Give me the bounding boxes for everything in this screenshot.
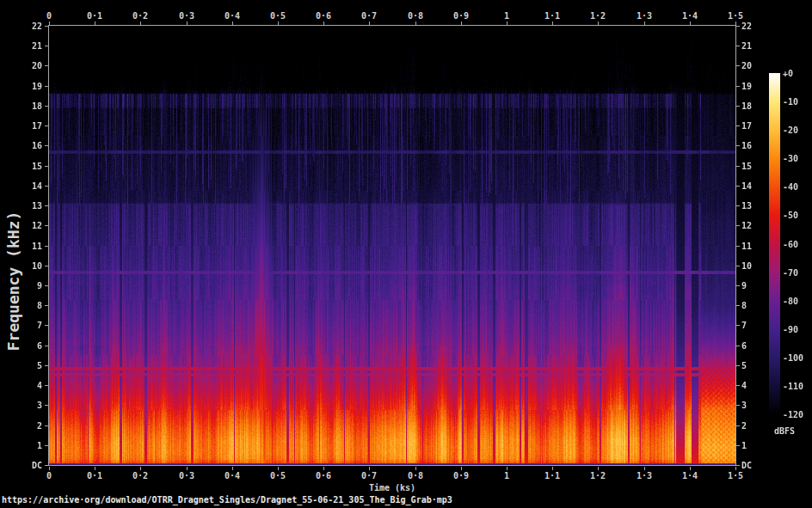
y-tick-mark xyxy=(736,365,740,366)
y-tick-label: DC xyxy=(741,461,778,470)
y-tick-mark xyxy=(45,465,48,466)
y-tick-mark xyxy=(736,405,740,406)
x-tick-label: 0·9 xyxy=(435,11,487,21)
y-tick-label: 21 xyxy=(5,41,42,51)
x-tick-label: 1·1 xyxy=(526,471,578,480)
y-tick-label: 7 xyxy=(5,321,42,330)
x-tick-mark xyxy=(140,467,141,470)
colorbar-tick-label: -50 xyxy=(783,211,798,220)
y-tick-label: 22 xyxy=(741,21,778,31)
colorbar-tick-label: -120 xyxy=(783,410,803,419)
y-tick-mark xyxy=(45,285,48,286)
y-tick-label: 3 xyxy=(5,401,42,410)
y-tick-mark xyxy=(736,385,740,386)
x-tick-mark xyxy=(278,467,279,470)
y-tick-mark xyxy=(45,425,48,426)
y-tick-label: 21 xyxy=(741,41,778,51)
x-tick-label: 0·7 xyxy=(343,11,395,21)
y-tick-mark xyxy=(736,445,740,446)
y-tick-mark xyxy=(45,365,48,366)
y-tick-label: 17 xyxy=(5,121,42,131)
y-tick-mark xyxy=(45,145,48,146)
x-tick-label: 1·1 xyxy=(526,11,578,21)
x-tick-label: 0·5 xyxy=(252,11,304,21)
x-tick-label: 1·2 xyxy=(572,11,624,21)
y-tick-mark xyxy=(45,325,48,326)
x-tick-label: 0·5 xyxy=(252,471,304,480)
y-tick-label: 4 xyxy=(5,381,42,390)
x-tick-mark xyxy=(552,467,553,470)
y-tick-mark xyxy=(45,405,48,406)
y-tick-label: 14 xyxy=(5,181,42,191)
y-tick-label: 11 xyxy=(5,242,42,251)
colorbar-tick-label: -30 xyxy=(783,154,798,163)
y-tick-mark xyxy=(736,26,740,27)
x-tick-mark xyxy=(49,467,50,470)
y-tick-mark xyxy=(45,346,48,346)
y-tick-mark xyxy=(736,65,740,66)
x-tick-mark xyxy=(735,21,736,25)
colorbar-unit-label: dBFS xyxy=(774,426,795,436)
x-tick-label: 0·1 xyxy=(69,471,120,480)
colorbar-tick-label: -110 xyxy=(783,382,803,391)
y-tick-mark xyxy=(736,425,740,426)
x-tick-mark xyxy=(461,467,462,470)
x-tick-label: 0·8 xyxy=(390,11,441,21)
y-tick-mark xyxy=(45,385,48,386)
y-tick-mark xyxy=(736,246,740,247)
x-tick-label: 1·5 xyxy=(710,11,761,21)
y-tick-mark xyxy=(45,225,48,226)
y-tick-mark xyxy=(736,46,740,46)
x-tick-label: 1·5 xyxy=(710,471,761,480)
y-tick-mark xyxy=(736,125,740,126)
y-tick-label: 13 xyxy=(5,201,42,211)
y-tick-label: 8 xyxy=(5,301,42,310)
x-tick-label: 0·6 xyxy=(298,471,349,480)
y-tick-label: 5 xyxy=(5,361,42,370)
x-tick-mark xyxy=(598,467,599,470)
x-tick-mark xyxy=(644,467,645,470)
colorbar-tick-label: +0 xyxy=(783,69,793,78)
x-tick-mark xyxy=(552,21,553,25)
x-tick-label: 0·6 xyxy=(298,11,349,21)
x-tick-label: 0·9 xyxy=(435,471,487,480)
y-tick-mark xyxy=(45,246,48,247)
x-tick-label: 1·4 xyxy=(664,471,716,480)
x-tick-label: 1·3 xyxy=(618,471,670,480)
colorbar-tick-label: -70 xyxy=(783,268,798,278)
x-tick-mark xyxy=(690,467,691,470)
x-tick-label: 0·2 xyxy=(114,11,166,21)
plot-frame xyxy=(48,25,736,466)
y-tick-mark xyxy=(736,86,740,87)
y-tick-label: 2 xyxy=(741,421,778,431)
x-tick-label: 0·7 xyxy=(343,471,395,480)
colorbar-tick-label: -20 xyxy=(783,125,798,135)
y-tick-mark xyxy=(45,166,48,167)
x-tick-mark xyxy=(369,467,370,470)
sox-spectrogram-figure: Frequency (kHz) 000·10·10·20·20·30·30·40… xyxy=(0,0,812,508)
x-tick-label: 0·4 xyxy=(206,11,258,21)
y-tick-mark xyxy=(45,26,48,27)
x-tick-mark xyxy=(232,21,233,25)
colorbar-tick-label: -40 xyxy=(783,182,798,192)
y-tick-mark xyxy=(45,46,48,46)
colorbar-gradient xyxy=(769,73,780,414)
x-tick-label: 0·3 xyxy=(161,11,212,21)
y-tick-label: 19 xyxy=(5,82,42,91)
x-tick-mark xyxy=(187,467,188,470)
x-tick-mark xyxy=(690,21,691,25)
y-tick-label: 20 xyxy=(741,61,778,70)
colorbar-tick-label: -10 xyxy=(783,97,798,107)
colorbar-tick-label: -60 xyxy=(783,240,798,249)
y-tick-mark xyxy=(45,65,48,66)
x-tick-mark xyxy=(323,467,324,470)
y-tick-mark xyxy=(45,266,48,266)
y-tick-mark xyxy=(736,145,740,146)
y-tick-mark xyxy=(45,445,48,446)
y-tick-label: 10 xyxy=(5,261,42,271)
x-tick-label: 0·1 xyxy=(69,11,120,21)
y-tick-mark xyxy=(45,106,48,107)
y-tick-label: 1 xyxy=(5,441,42,450)
x-tick-mark xyxy=(415,467,416,470)
y-tick-label: 6 xyxy=(5,341,42,351)
